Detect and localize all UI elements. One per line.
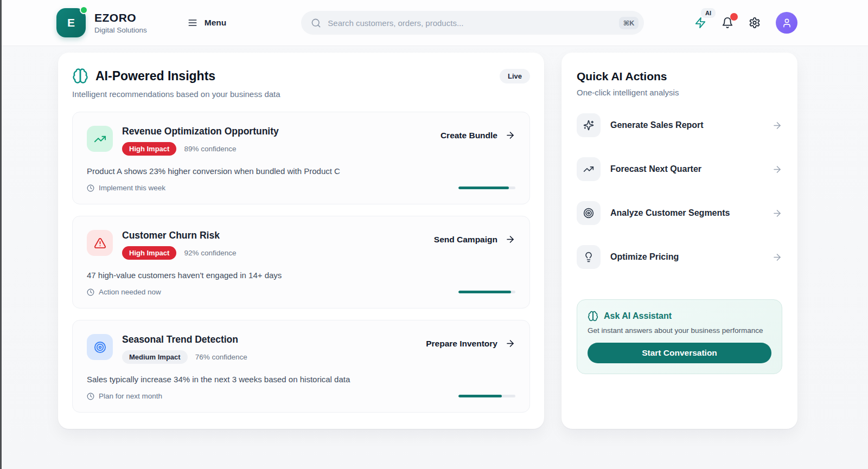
- timing-label: Action needed now: [87, 288, 161, 296]
- brain-icon: [588, 311, 598, 322]
- brain-icon: [72, 68, 88, 84]
- page-title: AI-Powered Insights: [95, 69, 215, 83]
- zap-icon: [694, 17, 706, 29]
- header-actions: AI: [694, 12, 797, 34]
- action-generate-sales-report[interactable]: Generate Sales Report: [577, 113, 782, 137]
- insight-card-seasonal: Seasonal Trend Detection Medium Impact 7…: [72, 320, 530, 413]
- search-input[interactable]: [328, 18, 612, 28]
- brand-tagline: Digital Solutions: [94, 26, 147, 34]
- live-badge: Live: [500, 69, 530, 83]
- create-bundle-button[interactable]: Create Bundle: [441, 126, 515, 140]
- insight-card-revenue: Revenue Optimization Opportunity High Im…: [72, 112, 530, 204]
- arrow-right-icon: [772, 208, 782, 219]
- action-optimize-pricing[interactable]: Optimize Pricing: [577, 245, 782, 269]
- trending-up-icon: [583, 164, 594, 175]
- insight-title: Revenue Optimization Opportunity: [122, 126, 279, 137]
- arrow-right-icon: [772, 164, 782, 175]
- start-conversation-button[interactable]: Start Conversation: [588, 343, 771, 363]
- confidence-progress: [458, 291, 515, 293]
- main-content: AI-Powered Insights Live Intelligent rec…: [0, 46, 868, 429]
- arrow-right-icon: [505, 338, 515, 349]
- clock-icon: [87, 393, 94, 400]
- keyboard-shortcut-chip: ⌘K: [619, 17, 639, 29]
- ai-badge: AI: [701, 8, 716, 18]
- user-icon: [782, 18, 792, 28]
- insight-title: Customer Churn Risk: [122, 230, 236, 241]
- assistant-title: Ask AI Assistant: [604, 311, 672, 321]
- insights-panel: AI-Powered Insights Live Intelligent rec…: [58, 53, 544, 429]
- target-icon: [583, 208, 594, 219]
- gear-icon: [749, 17, 761, 29]
- arrow-right-icon: [505, 130, 515, 140]
- send-campaign-button[interactable]: Send Campaign: [434, 230, 515, 245]
- insight-title: Seasonal Trend Detection: [122, 334, 247, 345]
- impact-badge: High Impact: [122, 246, 176, 260]
- app-header: E EZORO Digital Solutions Menu ⌘K AI: [0, 0, 868, 46]
- impact-badge: High Impact: [122, 142, 176, 156]
- insights-subtitle: Intelligent recommendations based on you…: [72, 89, 530, 99]
- brand-text: EZORO Digital Solutions: [94, 11, 147, 34]
- action-analyze-customer-segments[interactable]: Analyze Customer Segments: [577, 201, 782, 225]
- insight-description: Product A shows 23% higher conversion wh…: [87, 166, 515, 176]
- timing-label: Implement this week: [87, 184, 165, 192]
- settings-button[interactable]: [749, 17, 761, 29]
- confidence-label: 76% confidence: [195, 353, 247, 361]
- confidence-progress: [458, 187, 515, 189]
- insight-description: Sales typically increase 34% in the next…: [87, 375, 515, 384]
- target-icon: [94, 341, 106, 354]
- sparkles-icon: [583, 120, 594, 131]
- notification-dot: [730, 13, 738, 21]
- insight-icon-tile: [87, 334, 113, 360]
- quick-actions-subtitle: One-click intelligent analysis: [577, 88, 782, 97]
- impact-badge: Medium Impact: [122, 350, 188, 364]
- notifications-button[interactable]: [722, 17, 733, 29]
- alert-triangle-icon: [94, 237, 106, 249]
- menu-button[interactable]: Menu: [187, 17, 226, 28]
- insight-icon-tile: [87, 126, 113, 152]
- arrow-right-icon: [505, 234, 515, 245]
- clock-icon: [87, 288, 94, 296]
- confidence-label: 92% confidence: [184, 249, 236, 257]
- brand-block[interactable]: E EZORO Digital Solutions: [56, 8, 147, 37]
- logo-letter: E: [67, 16, 75, 29]
- brand-name: EZORO: [94, 11, 147, 24]
- prepare-inventory-button[interactable]: Prepare Inventory: [426, 334, 515, 349]
- timing-label: Plan for next month: [87, 392, 162, 400]
- lightbulb-icon: [583, 252, 594, 262]
- confidence-label: 89% confidence: [184, 145, 236, 153]
- clock-icon: [87, 184, 94, 192]
- search-icon: [311, 18, 321, 28]
- ai-quick-button[interactable]: AI: [694, 17, 706, 29]
- arrow-right-icon: [772, 252, 782, 262]
- insight-list: Revenue Optimization Opportunity High Im…: [72, 112, 530, 413]
- search-box[interactable]: ⌘K: [301, 11, 644, 35]
- hamburger-icon: [187, 17, 198, 28]
- insights-header: AI-Powered Insights Live: [72, 68, 530, 84]
- ask-ai-assistant-card: Ask AI Assistant Get instant answers abo…: [577, 299, 782, 374]
- insight-description: 47 high-value customers haven't engaged …: [87, 271, 515, 280]
- search-wrap: ⌘K: [301, 11, 644, 35]
- assistant-subtitle: Get instant answers about your business …: [588, 326, 771, 335]
- trending-up-icon: [94, 133, 106, 145]
- quick-actions-panel: Quick AI Actions One-click intelligent a…: [561, 53, 797, 429]
- insight-card-churn: Customer Churn Risk High Impact 92% conf…: [72, 216, 530, 309]
- insight-icon-tile: [87, 230, 113, 256]
- user-avatar[interactable]: [776, 12, 797, 34]
- action-forecast-next-quarter[interactable]: Forecast Next Quarter: [577, 157, 782, 181]
- brand-logo: E: [56, 8, 86, 37]
- online-status-dot: [80, 6, 88, 14]
- quick-actions-title: Quick AI Actions: [577, 70, 782, 83]
- menu-label: Menu: [205, 18, 226, 28]
- quick-actions-list: Generate Sales Report Forecast Next Quar…: [577, 113, 782, 269]
- confidence-progress: [458, 395, 515, 397]
- arrow-right-icon: [772, 120, 782, 131]
